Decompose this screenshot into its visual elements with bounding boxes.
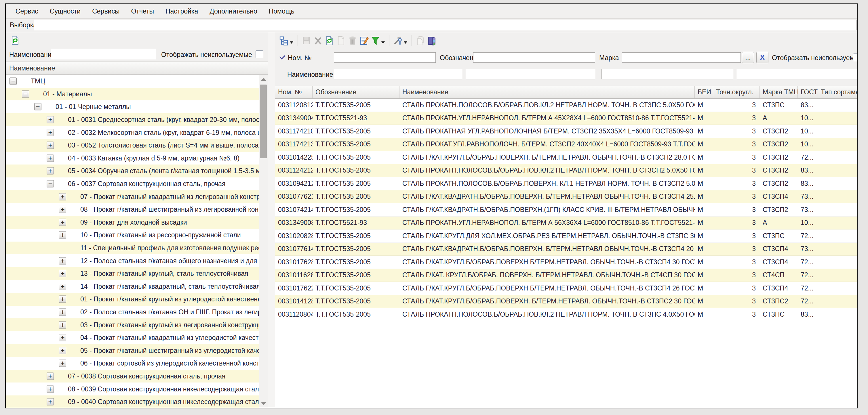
scrollbar-thumb[interactable] (260, 85, 267, 158)
column-header-5[interactable]: Точн.округл. (713, 86, 760, 98)
tree-item[interactable]: −01 - 01 Черные металлы (6, 100, 259, 113)
tree-item[interactable]: +01 - 0031 Среднесортная сталь (круг, кв… (6, 113, 259, 126)
clear-filter-button[interactable]: X (756, 52, 768, 63)
menu-item-1[interactable]: Сервис (10, 7, 44, 15)
copy-button[interactable] (414, 34, 426, 46)
tree-item[interactable]: +07 - Прокат г/катаный квадратный из лег… (6, 190, 259, 203)
tree-scrollbar[interactable] (259, 75, 268, 408)
tree-item[interactable]: +09 - Прокат для холодной высадки (6, 216, 259, 229)
name-filter-input-4[interactable] (737, 69, 858, 79)
tree-item[interactable]: +03 - Прокат г/катаный круглый из легиро… (6, 318, 259, 331)
tree-expand-icon[interactable]: + (59, 347, 66, 354)
items-show-unused-checkbox[interactable] (853, 54, 858, 61)
tree-expand-icon[interactable]: + (59, 296, 66, 303)
table-row[interactable]: 00310176226Т.Т.ГОСТ535-2005СТАЛЬ Г/КАТ.К… (275, 282, 857, 295)
tree-item[interactable]: +01 - Прокат г/катаный круглый из углеро… (6, 293, 259, 306)
panel-splitter[interactable] (268, 32, 275, 408)
table-row[interactable]: 00310942127Т.Т.ГОСТ535-2005СТАЛЬ ПРОКАТН… (275, 177, 857, 190)
tree-item[interactable]: 11 - Специальный профиль для изготовлени… (6, 242, 259, 255)
tree-item[interactable]: +04 - 0033 Катанка (круглая d 5-9 мм, ар… (6, 152, 259, 165)
name-filter-input-2[interactable] (466, 69, 595, 79)
tree-item[interactable]: −01 - Материалы (6, 88, 259, 101)
table-row[interactable]: 00310742142Т.Т.ГОСТ535-2005СТАЛЬ Г/КАТ.К… (275, 203, 857, 217)
tree-collapse-icon[interactable]: − (46, 180, 54, 188)
tree-item[interactable]: +02 - 0032 Мелкосортная сталь (круг, ква… (6, 126, 259, 139)
tree-expand-icon[interactable]: + (46, 373, 54, 380)
column-header-1[interactable]: Ном. № (275, 86, 313, 98)
exit-button[interactable] (426, 34, 437, 46)
save-button[interactable] (301, 34, 312, 46)
tree-item[interactable]: +05 - Прокат г/катаный шестигранный из у… (6, 344, 259, 357)
tree-item[interactable]: +02 - Полоса стальная г/катаная ОН и ГШГ… (6, 306, 259, 319)
menu-item-5[interactable]: Настройка (160, 7, 204, 15)
table-row[interactable]: 00310142254Т.Т.ГОСТ535-2005СТАЛЬ Г/КАТ.К… (275, 151, 857, 164)
table-row[interactable]: 00313490046Т.Т.ГОСТ5521-93СТАЛЬ ПРОКАТН.… (275, 112, 857, 125)
tree-item[interactable]: +10 - Прокат г/катаный из рессорно-пружи… (6, 229, 259, 242)
tree-item[interactable]: +09 - 0040 Сортовая конструкционная нике… (6, 395, 259, 408)
tree-collapse-icon[interactable]: − (22, 90, 29, 97)
table-row[interactable]: 00310208282Т.Т.ГОСТ535-2005СТАЛЬ Г/КАТ.К… (275, 229, 857, 243)
tree-expand-icon[interactable]: + (46, 142, 54, 149)
tree-expand-icon[interactable]: + (59, 219, 66, 226)
filter-button[interactable] (370, 34, 381, 46)
tree-expand-icon[interactable]: + (59, 334, 66, 341)
tree-filter-input[interactable] (51, 49, 156, 59)
edit-button[interactable] (358, 34, 370, 46)
table-row[interactable]: 00313490086Т.Т.ГОСТ5521-93СТАЛЬ ПРОКАТН.… (275, 217, 857, 230)
tools-button[interactable] (392, 34, 403, 46)
tree-expand-icon[interactable]: + (46, 385, 54, 392)
menu-item-3[interactable]: Сервисы (86, 7, 125, 15)
refresh-button[interactable] (323, 34, 335, 46)
column-header-2[interactable]: Обозначение (313, 86, 400, 98)
tree-column-header[interactable]: Наименование (6, 62, 268, 75)
tree-expand-icon[interactable]: + (46, 398, 54, 406)
menu-item-6[interactable]: Дополнительно (204, 7, 263, 15)
menu-item-2[interactable]: Сущности (44, 7, 86, 15)
scroll-down-button[interactable] (259, 399, 268, 408)
tree-item[interactable]: +14 - Прокат г/катаный квадратный, сталь… (6, 280, 259, 293)
tree-expand-icon[interactable]: + (59, 283, 66, 290)
tree-collapse-icon[interactable]: − (9, 78, 17, 85)
cancel-button[interactable] (312, 34, 323, 46)
delete-button[interactable] (346, 34, 358, 46)
tree-item[interactable]: +13 - Прокат г/катаный круглый, сталь те… (6, 267, 259, 280)
refresh-tree-button[interactable] (9, 34, 21, 46)
table-row[interactable]: 00310176282Т.Т.ГОСТ535-2005СТАЛЬ Г/КАТ.К… (275, 256, 857, 269)
table-row[interactable]: 00310776142Т.Т.ГОСТ535-2005СТАЛЬ Г/КАТ.К… (275, 243, 857, 256)
tree-show-unused-checkbox[interactable] (255, 50, 264, 58)
brand-lookup-button[interactable]: ... (742, 52, 754, 63)
tree-expand-icon[interactable]: + (59, 270, 66, 277)
tree-item[interactable]: +03 - 0052 Толстолистовая сталь (лист S=… (6, 139, 259, 152)
table-row[interactable]: 00310141282Т.Т.ГОСТ535-2005СТАЛЬ Г/КАТ.К… (275, 295, 857, 308)
hierarchy-button[interactable] (278, 34, 289, 46)
table-row[interactable]: 00311208127Т.Т.ГОСТ535-2005СТАЛЬ ПРОКАТН… (275, 99, 857, 112)
table-row[interactable]: 00311242127Т.Т.ГОСТ535-2005СТАЛЬ ПРОКАТН… (275, 164, 857, 178)
column-header-8[interactable]: Тип сортамента (818, 86, 857, 98)
tree-expand-icon[interactable]: + (59, 257, 66, 264)
tree-item[interactable]: +05 - 0034 Обручная сталь (лента г/катан… (6, 164, 259, 178)
tree-item[interactable]: +06 - Прокат сортовой из углеродистой ка… (6, 357, 259, 370)
menu-item-7[interactable]: Помощь (263, 7, 300, 15)
table-row[interactable]: 00310116282Т.Т.ГОСТ535-2005СТАЛЬ Г/КАТ. … (275, 269, 857, 282)
scroll-up-button[interactable] (259, 75, 268, 84)
tree-expand-icon[interactable]: + (59, 231, 66, 239)
table-row[interactable]: 00311742107Т.Т.ГОСТ535-2005СТАЛЬ ПРОКАТН… (275, 125, 857, 138)
chevron-down-icon[interactable] (279, 53, 285, 59)
tree-item[interactable]: −06 - 0037 Сортовая конструкционная стал… (6, 178, 259, 190)
designation-filter-input[interactable] (473, 52, 595, 63)
menu-item-4[interactable]: Отчеты (125, 7, 160, 15)
tree-collapse-icon[interactable]: − (34, 103, 41, 110)
new-document-button[interactable] (335, 34, 346, 46)
tree-expand-icon[interactable]: + (59, 321, 66, 328)
tree-item[interactable]: +12 - Полоса стальная г/катаная общего н… (6, 254, 259, 267)
dropdown-caret-icon[interactable] (404, 41, 407, 44)
tree-expand-icon[interactable]: + (59, 360, 66, 367)
tree-item[interactable]: +04 - Прокат г/катаный квадратный из угл… (6, 331, 259, 344)
tree-expand-icon[interactable]: + (46, 116, 54, 123)
tree-item[interactable]: +07 - 0038 Сортовая конструкционная стал… (6, 370, 259, 383)
dropdown-caret-icon[interactable] (381, 41, 385, 44)
brand-filter-input[interactable] (622, 52, 741, 63)
column-header-4[interactable]: БЕИ (695, 86, 713, 98)
name-filter-input-1[interactable] (334, 69, 462, 79)
tree-expand-icon[interactable]: + (59, 308, 66, 316)
